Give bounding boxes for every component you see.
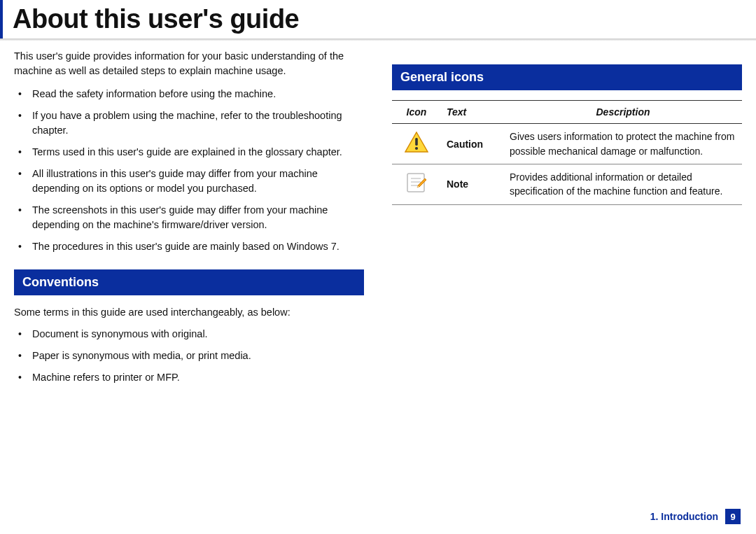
th-icon: Icon (392, 101, 441, 124)
text-cell: Note (441, 164, 504, 204)
footer-page-number: 9 (725, 509, 741, 524)
list-item: All illustrations in this user's guide m… (28, 167, 364, 196)
note-icon (405, 171, 428, 194)
text-cell: Caution (441, 124, 504, 164)
icon-cell (392, 164, 441, 204)
desc-cell: Provides additional information or detai… (504, 164, 742, 204)
content-columns: This user's guide provides information f… (0, 49, 756, 392)
right-column: General icons Icon Text Description (392, 49, 742, 392)
conventions-intro: Some terms in this guide are used interc… (14, 305, 364, 320)
th-description: Description (504, 101, 742, 124)
list-item: Machine refers to printer or MFP. (28, 370, 364, 385)
list-item: Paper is synonymous with media, or print… (28, 349, 364, 363)
list-item: The procedures in this user's guide are … (28, 239, 364, 254)
general-icons-header: General icons (392, 64, 742, 90)
list-item: If you have a problem using the machine,… (28, 108, 364, 138)
svg-point-2 (415, 147, 418, 150)
conventions-header: Conventions (14, 269, 364, 295)
footer-chapter: 1. Introduction (650, 511, 718, 522)
table-row: Note Provides additional information or … (392, 164, 742, 204)
general-icons-table: Icon Text Description (392, 100, 742, 204)
list-item: Terms used in this user's guide are expl… (28, 145, 364, 160)
left-column: This user's guide provides information f… (14, 49, 364, 392)
intro-paragraph: This user's guide provides information f… (14, 49, 364, 78)
svg-rect-1 (415, 138, 418, 146)
th-text: Text (441, 101, 504, 124)
desc-cell: Gives users information to protect the m… (504, 124, 742, 164)
conventions-bullets: Document is synonymous with original. Pa… (14, 327, 364, 385)
list-item: Read the safety information before using… (28, 87, 364, 101)
list-item: The screenshots in this user's guide may… (28, 203, 364, 232)
table-row: Caution Gives users information to prote… (392, 124, 742, 164)
page-title: About this user's guide (0, 0, 756, 38)
caution-icon (405, 132, 428, 153)
title-divider (0, 38, 756, 41)
list-item: Document is synonymous with original. (28, 327, 364, 342)
table-header-row: Icon Text Description (392, 101, 742, 124)
icon-cell (392, 124, 441, 164)
intro-bullets: Read the safety information before using… (14, 87, 364, 254)
page-footer: 1. Introduction 9 (650, 509, 741, 524)
